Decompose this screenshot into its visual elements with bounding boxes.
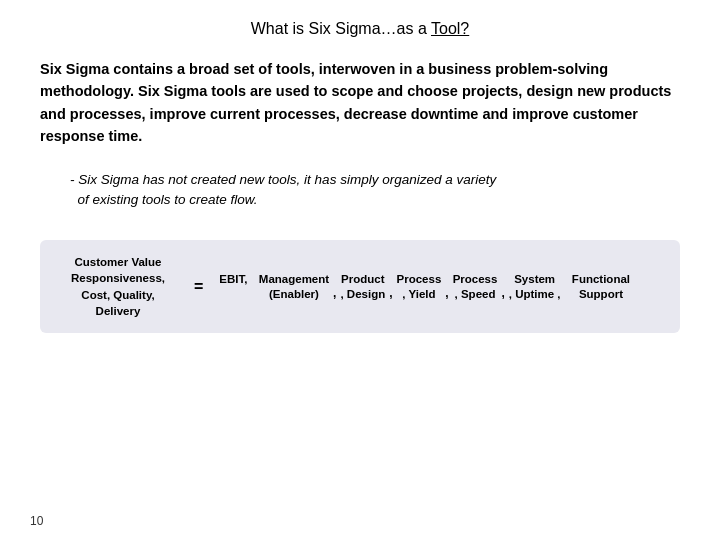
sep3: , <box>389 286 392 302</box>
management-top: Management <box>259 272 329 287</box>
sep5: , <box>501 286 504 302</box>
slide-title: What is Six Sigma…as a Tool? <box>40 20 680 38</box>
process-speed-bottom: , Speed <box>455 287 496 302</box>
system-uptime-top: System <box>514 272 555 287</box>
main-paragraph: Six Sigma contains a broad set of tools,… <box>40 58 680 148</box>
process-speed-top: Process <box>453 272 498 287</box>
formula-equals: = <box>194 278 203 296</box>
italic-text: - Six Sigma has not created new tools, i… <box>70 172 496 207</box>
functional-support-top: Functional <box>572 272 630 287</box>
sep6 <box>565 286 568 302</box>
formula-box: Customer Value Responsiveness, Cost, Qua… <box>40 240 680 332</box>
product-design-bottom: , Design <box>340 287 385 302</box>
formula-product-design: Product , Design <box>340 272 385 302</box>
ebit-text: EBIT, <box>219 272 247 287</box>
sep2: , <box>333 286 336 302</box>
process-yield-bottom: , Yield <box>402 287 435 302</box>
formula-label-line4: Delivery <box>96 305 141 317</box>
formula-process-yield: Process , Yield <box>397 272 442 302</box>
formula-label-line2: Responsiveness, <box>71 272 165 284</box>
process-yield-top: Process <box>397 272 442 287</box>
sep4: , <box>445 286 448 302</box>
management-bottom: (Enabler) <box>269 287 319 302</box>
formula-process-speed: Process , Speed <box>453 272 498 302</box>
formula-label-line3: Cost, Quality, <box>81 289 154 301</box>
system-uptime-bottom: , Uptime , <box>509 287 561 302</box>
formula-ebit: EBIT, <box>219 272 247 302</box>
formula-label-line1: Customer Value <box>75 256 162 268</box>
formula-items: EBIT, Management (Enabler) , Product , D… <box>219 272 630 302</box>
sep1 <box>251 286 254 302</box>
formula-functional-support: Functional Support <box>572 272 630 302</box>
formula-system-uptime: System , Uptime , <box>509 272 561 302</box>
ebit-bottom <box>232 287 235 302</box>
formula-management: Management (Enabler) <box>259 272 329 302</box>
slide-container: What is Six Sigma…as a Tool? Six Sigma c… <box>0 0 720 540</box>
page-number: 10 <box>30 514 43 528</box>
product-design-top: Product <box>341 272 384 287</box>
formula-left-label: Customer Value Responsiveness, Cost, Qua… <box>58 254 178 318</box>
italic-block: - Six Sigma has not created new tools, i… <box>70 170 680 211</box>
functional-support-bottom: Support <box>579 287 623 302</box>
